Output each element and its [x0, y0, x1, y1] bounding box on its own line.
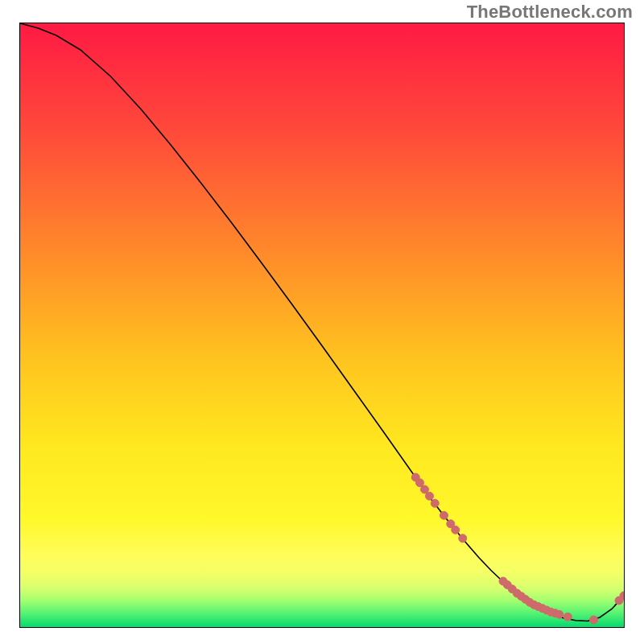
- chart-plot-area: [19, 23, 625, 628]
- curve-marker: [459, 535, 467, 543]
- curve-markers: [411, 473, 624, 624]
- curve-marker: [555, 610, 564, 618]
- curve-marker: [564, 613, 572, 621]
- bottleneck-curve: [20, 23, 624, 621]
- curve-marker: [426, 492, 434, 500]
- curve-marker: [590, 616, 598, 624]
- curve-marker: [440, 511, 448, 519]
- chart-curve-layer: [20, 23, 624, 627]
- curve-marker: [452, 526, 460, 534]
- watermark-text: TheBottleneck.com: [467, 2, 633, 23]
- curve-marker: [431, 499, 439, 507]
